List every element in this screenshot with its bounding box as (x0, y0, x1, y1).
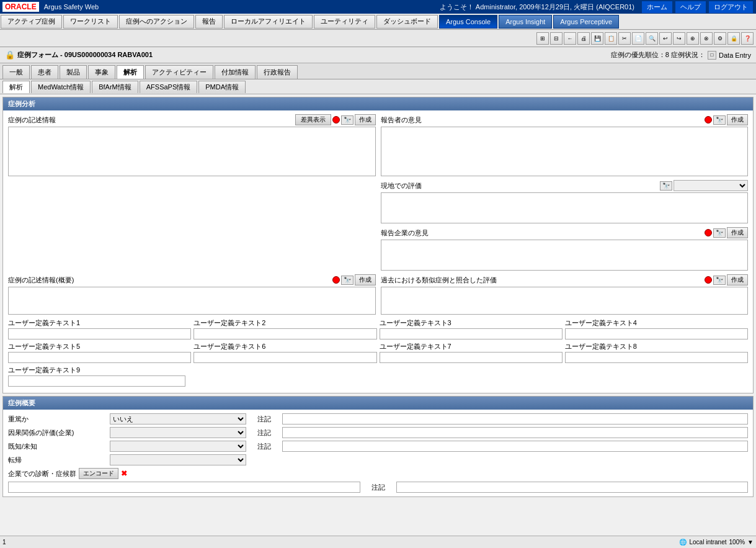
note4-input[interactable] (396, 482, 749, 493)
case-summary-textarea[interactable] (8, 287, 376, 315)
top-bar-left: ORACLE Argus Safety Web (2, 2, 99, 12)
sub-tab-medwatch[interactable]: MedWatch情報 (31, 81, 91, 93)
toolbar-icon-12[interactable]: ⊕ (687, 32, 699, 45)
toolbar-icon-2[interactable]: ⊟ (550, 32, 563, 45)
user-text-4-label: ユーザー定義テキスト4 (565, 318, 748, 328)
user-text-2-input[interactable] (193, 328, 376, 339)
sub-tab-pmda[interactable]: PMDA情報 (198, 81, 246, 93)
nav-dashboard[interactable]: ダッシュボード (376, 15, 438, 29)
user-text-5-input[interactable] (8, 352, 191, 363)
case-summary-label: 症例の記述情報(概要) (8, 276, 74, 285)
create-btn-3[interactable]: 作成 (727, 227, 748, 238)
user-text-4-group: ユーザー定義テキスト4 (565, 318, 748, 339)
binoculars-btn-6[interactable]: 🔭 (713, 276, 726, 285)
similar-cases-group: 過去における類似症例と照合した評価 🔭 作成 (381, 274, 749, 316)
toolbar-icon-13[interactable]: ⊗ (700, 32, 713, 45)
nav-reports[interactable]: 報告 (195, 15, 223, 29)
tab-additional[interactable]: 付加情報 (215, 65, 256, 79)
user-text-6-input[interactable] (193, 352, 376, 363)
user-text-3-input[interactable] (380, 328, 563, 339)
binoculars-btn-2[interactable]: 🔭 (713, 115, 726, 125)
nav-argus-insight[interactable]: Argus Insight (499, 15, 552, 29)
status-value: Data Entry (719, 52, 751, 59)
nav-active-cases[interactable]: アクティブ症例 (1, 15, 62, 29)
note3-input[interactable] (282, 441, 748, 452)
reporter-opinion-textarea[interactable] (381, 127, 749, 176)
nav-local-affiliate[interactable]: ローカルアフィリエイト (224, 15, 313, 29)
note1-input[interactable] (282, 413, 748, 424)
create-btn-1[interactable]: 作成 (355, 114, 376, 125)
serious-select[interactable]: いいえはい (110, 413, 246, 424)
diagnosis-input[interactable] (8, 482, 360, 493)
note2-input[interactable] (282, 427, 748, 438)
tab-event[interactable]: 事象 (88, 65, 115, 79)
local-eval-textarea[interactable] (381, 192, 749, 223)
sub-tab-afssaps[interactable]: AFSSaPS情報 (140, 81, 198, 93)
tab-activity[interactable]: アクティビティー (145, 65, 213, 79)
diff-button[interactable]: 差異表示 (295, 114, 331, 125)
toolbar-icon-1[interactable]: ⊞ (536, 32, 549, 45)
toolbar-icon-9[interactable]: 🔍 (646, 32, 658, 45)
toolbar-icon-10[interactable]: ↩ (659, 32, 672, 45)
binoculars-btn-1[interactable]: 🔭 (341, 115, 354, 125)
user-text-1-group: ユーザー定義テキスト1 (8, 318, 191, 339)
nav-utilities[interactable]: ユーティリティ (314, 15, 375, 29)
tab-product[interactable]: 製品 (60, 65, 87, 79)
intranet-label: Local intranet (689, 539, 726, 546)
sub-tab-bfarm[interactable]: BfArM情報 (92, 81, 138, 93)
create-btn-2[interactable]: 作成 (727, 114, 748, 125)
toolbar-icon-4[interactable]: 🖨 (577, 32, 590, 45)
toolbar-icon-11[interactable]: ↪ (673, 32, 685, 45)
tab-analysis[interactable]: 解析 (117, 65, 144, 79)
toolbar-icon-15[interactable]: 🔒 (727, 32, 740, 45)
local-eval-select[interactable] (674, 180, 748, 191)
binoculars-btn-3[interactable]: 🔭 (660, 181, 672, 191)
user-text-7-group: ユーザー定義テキスト7 (380, 342, 563, 363)
user-text-9-input[interactable] (8, 375, 185, 387)
toolbar-icon-8[interactable]: 📄 (632, 32, 644, 45)
toolbar-icon-14[interactable]: ⚙ (714, 32, 726, 45)
left-extend (8, 227, 376, 272)
tab-general[interactable]: 一般 (2, 65, 30, 79)
sub-tab-analysis[interactable]: 解析 (2, 81, 30, 93)
toolbar-icon-5[interactable]: 💾 (591, 32, 603, 45)
help-button[interactable]: ヘルプ (675, 1, 706, 13)
known-label: 既知/未知 (8, 442, 107, 451)
user-text-4-input[interactable] (565, 328, 748, 339)
tab-admin-report[interactable]: 行政報告 (257, 65, 298, 79)
intranet-section: 🌐 Local intranet 100% ▼ (679, 539, 754, 546)
case-narrative-textarea[interactable] (8, 127, 376, 176)
similar-cases-textarea[interactable] (381, 287, 749, 315)
user-text-1-input[interactable] (8, 328, 191, 339)
company-opinion-textarea[interactable] (381, 240, 749, 271)
nav-argus-console[interactable]: Argus Console (439, 15, 497, 29)
create-btn-5[interactable]: 作成 (727, 274, 748, 285)
known-select[interactable] (110, 441, 246, 452)
user-text-7-input[interactable] (380, 352, 563, 363)
summary-section-header: 症例概要 (3, 397, 753, 410)
toolbar-icon-7[interactable]: ✂ (618, 32, 631, 45)
tab-patient[interactable]: 患者 (31, 65, 58, 79)
nav-case-actions[interactable]: 症例へのアクション (119, 15, 194, 29)
create-btn-4[interactable]: 作成 (355, 274, 376, 285)
binoculars-btn-4[interactable]: 🔭 (713, 228, 726, 238)
causality-select[interactable] (110, 427, 246, 438)
sub-tab-bar: 解析 MedWatch情報 BfArM情報 AFSSaPS情報 PMDA情報 (0, 79, 756, 94)
transfer-select[interactable] (110, 454, 246, 465)
case-summary-group: 症例の記述情報(概要) 🔭 作成 (8, 274, 376, 316)
toolbar-icon-3[interactable]: ← (564, 32, 576, 45)
nav-worklist[interactable]: ワークリスト (63, 15, 118, 29)
user-text-8-input[interactable] (565, 352, 748, 363)
binoculars-btn-5[interactable]: 🔭 (341, 276, 354, 285)
delete-diagnosis-button[interactable]: ✖ (121, 469, 127, 478)
logout-button[interactable]: ログアウト (709, 1, 754, 13)
home-button[interactable]: ホーム (642, 1, 673, 13)
toolbar-icon-6[interactable]: 📋 (605, 32, 617, 45)
analysis-section: 症例分析 症例の記述情報 差異表示 🔭 作成 (2, 97, 754, 393)
reporter-opinion-label: 報告者の意見 (381, 115, 422, 125)
encode-button[interactable]: エンコード (79, 468, 118, 479)
user-text-8-label: ユーザー定義テキスト8 (565, 342, 748, 351)
zoom-dropdown-icon[interactable]: ▼ (747, 539, 754, 546)
toolbar-icon-16[interactable]: ❓ (741, 32, 754, 45)
nav-argus-perceptive[interactable]: Argus Perceptive (553, 15, 619, 29)
